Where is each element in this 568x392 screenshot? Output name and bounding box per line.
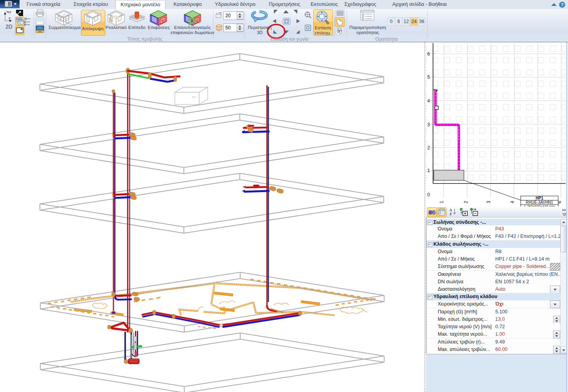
svg-text:x: x (8, 16, 11, 20)
svg-text:A: A (449, 208, 452, 212)
svg-text:HP1: HP1 (536, 196, 543, 200)
svg-text:4: 4 (510, 201, 515, 203)
svg-text:6: 6 (427, 51, 430, 57)
svg-text:1: 1 (427, 168, 430, 173)
svg-text:Z: Z (449, 212, 452, 216)
svg-text:2: 2 (427, 145, 430, 151)
svg-text:y: y (9, 10, 11, 14)
svg-text:RHUE-3AVHN1: RHUE-3AVHN1 (526, 200, 553, 205)
svg-text:3: 3 (486, 201, 491, 203)
svg-text:2D: 2D (5, 23, 13, 30)
svg-text:DWG: DWG (38, 31, 42, 33)
svg-text:3: 3 (427, 122, 430, 128)
svg-text:5: 5 (427, 74, 430, 80)
svg-text:2: 2 (463, 201, 469, 203)
svg-text:1: 1 (439, 201, 444, 203)
svg-text:0: 0 (427, 192, 430, 198)
svg-text:4: 4 (427, 98, 430, 104)
svg-text:?: ? (561, 2, 564, 7)
